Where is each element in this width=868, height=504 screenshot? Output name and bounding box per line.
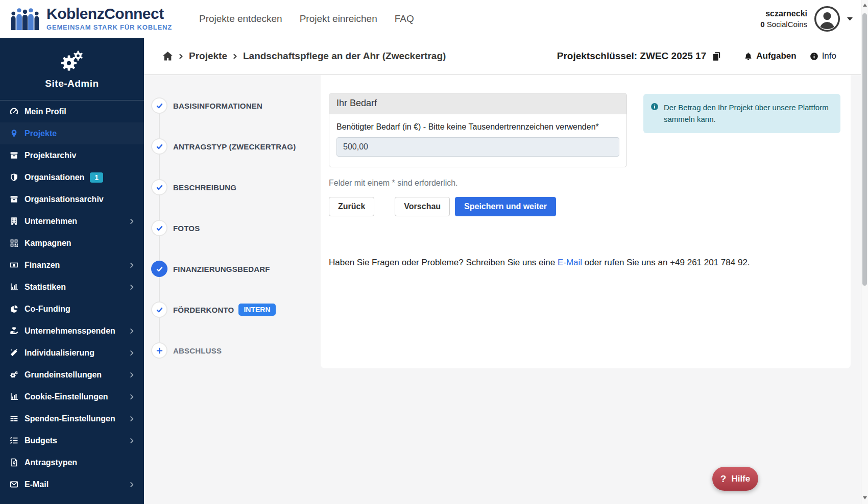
info-button[interactable]: Info — [810, 51, 836, 61]
step-abschluss[interactable]: ABSCHLUSS — [151, 342, 222, 359]
question-mark-icon: ? — [720, 473, 727, 485]
sidebar-item-label: Spenden-Einstellungen — [25, 414, 115, 423]
sidebar-item-label: Statistiken — [25, 283, 66, 292]
bar-chart-icon — [9, 392, 19, 401]
step-basisinformationen[interactable]: BASISINFORMATIONEN — [151, 97, 262, 114]
chevron-right-icon — [129, 284, 135, 290]
check-icon — [151, 179, 167, 195]
sidebar-item-spenden-einstellungen[interactable]: Spenden-Einstellungen — [0, 408, 144, 430]
sidebar-item-label: E-Mail — [25, 480, 49, 489]
tasks-button[interactable]: Aufgaben — [744, 51, 796, 61]
shield-icon — [9, 173, 19, 182]
sidebar-item-mein-profil[interactable]: Mein Profil — [0, 100, 144, 122]
info-circle-icon — [810, 52, 818, 61]
brand-logo[interactable]: KoblenzConnect GEMEINSAM STARK FÜR KOBLE… — [10, 6, 172, 31]
card-title: Ihr Bedarf — [329, 93, 626, 114]
sidebar-item-projektarchiv[interactable]: Projektarchiv — [0, 144, 144, 166]
brand-subtitle: GEMEINSAM STARK FÜR KOBLENZ — [46, 23, 172, 31]
step-label: FÖRDERKONTO — [173, 306, 234, 314]
sidebar-item-organisationen[interactable]: Organisationen 1 — [0, 166, 144, 188]
breadcrumb: Projekte Landschaftspflege an der Ahr (Z… — [162, 51, 446, 62]
magic-wand-icon — [9, 348, 19, 357]
building-icon — [9, 217, 19, 225]
form-buttons: Zurück Vorschau Speichern und weiter — [329, 197, 556, 216]
task-list-icon — [9, 436, 19, 445]
copy-icon[interactable] — [712, 52, 721, 61]
sidebar-item-unternehmen[interactable]: Unternehmen — [0, 210, 144, 232]
chevron-right-icon — [129, 438, 135, 444]
avatar[interactable] — [814, 6, 840, 32]
sidebar-item-label: Kampagnen — [25, 239, 71, 248]
scrollbar-thumb[interactable] — [862, 13, 867, 286]
breadcrumb-projekte[interactable]: Projekte — [189, 51, 227, 62]
step-label: FOTOS — [173, 224, 200, 233]
sidebar-item-statistiken[interactable]: Statistiken — [0, 276, 144, 298]
sidebar-item-label: Co-Funding — [25, 305, 70, 314]
archive-icon — [9, 151, 19, 160]
sidebar-item-e-mail[interactable]: E-Mail — [0, 473, 144, 495]
chevron-right-icon — [129, 394, 135, 400]
step-förderkonto[interactable]: FÖRDERKONTO INTERN — [151, 301, 276, 318]
check-icon — [151, 97, 167, 114]
home-icon[interactable] — [162, 51, 173, 61]
sidebar-item-unternehmensspenden[interactable]: Unternehmensspenden — [0, 320, 144, 342]
check-icon — [151, 220, 167, 236]
sidebar-item-label: Mein Profil — [25, 107, 66, 116]
save-and-continue-button[interactable]: Speichern und weiter — [455, 197, 556, 216]
sidebar-item-kampagnen[interactable]: Kampagnen — [0, 232, 144, 254]
preview-button[interactable]: Vorschau — [395, 197, 450, 216]
nav-link-projekt-einreichen[interactable]: Projekt einreichen — [300, 13, 377, 24]
sidebar-item-label: Unternehmensspenden — [25, 326, 115, 336]
scrollbar-down-arrow[interactable] — [861, 494, 868, 502]
chevron-right-icon — [129, 328, 135, 334]
hand-heart-icon — [9, 326, 19, 335]
step-antragstyp-zweckertrag[interactable]: ANTRAGSTYP (ZWECKERTRAG) — [151, 138, 296, 155]
chevron-right-icon — [129, 372, 135, 378]
sidebar-item-antragstypen[interactable]: Antragstypen — [0, 451, 144, 473]
contact-help-line: Haben Sie Fragen oder Probleme? Schreibe… — [329, 258, 750, 268]
sidebar-item-label: Unternehmen — [25, 217, 77, 226]
breadcrumb-separator-icon — [178, 53, 184, 60]
bedarf-input[interactable] — [336, 137, 619, 157]
user-coins: 0 SocialCoins — [760, 20, 807, 29]
sidebar-item-label: Finanzen — [25, 261, 60, 270]
required-fields-note: Felder mit einem * sind erforderlich. — [329, 179, 458, 188]
sidebar-item-budgets[interactable]: Budgets — [0, 430, 144, 451]
pie-chart-icon — [9, 305, 19, 313]
table-icon — [9, 414, 19, 423]
sidebar-item-label: Organisationsarchiv — [25, 195, 104, 204]
sidebar-item-cookie-einstellungen[interactable]: Cookie-Einstellungen — [0, 386, 144, 408]
step-beschreibung[interactable]: BESCHREIBUNG — [151, 179, 236, 195]
help-button[interactable]: ? Hilfe — [712, 467, 758, 491]
back-button[interactable]: Zurück — [329, 197, 374, 216]
step-finanzierungsbedarf[interactable]: FINANZIERUNGSBEDARF — [151, 261, 270, 277]
sidebar-title: Site-Admin — [45, 78, 99, 89]
caret-down-icon[interactable] — [847, 17, 853, 21]
nav-link-projekte-entdecken[interactable]: Projekte entdecken — [199, 13, 282, 24]
sidebar-item-co-funding[interactable]: Co-Funding — [0, 298, 144, 320]
email-link[interactable]: E-Mail — [558, 258, 582, 267]
sidebar-item-label: Cookie-Einstellungen — [25, 392, 108, 401]
sidebar-item-projekte[interactable]: Projekte — [0, 122, 144, 144]
nav-link-faq[interactable]: FAQ — [395, 13, 414, 24]
step-badge: INTERN — [238, 304, 275, 316]
sidebar-item-organisationsarchiv[interactable]: Organisationsarchiv — [0, 188, 144, 210]
scrollbar-up-arrow[interactable] — [861, 1, 868, 9]
chevron-right-icon — [129, 218, 135, 224]
sidebar-item-grundeinstellungen[interactable]: Grundeinstellungen — [0, 364, 144, 386]
step-label: ABSCHLUSS — [173, 346, 222, 355]
sidebar-item-label: Antragstypen — [25, 458, 77, 467]
step-fotos[interactable]: FOTOS — [151, 220, 200, 236]
main-content: BASISINFORMATIONEN ANTRAGSTYP (ZWECKERTR… — [144, 75, 861, 504]
money-icon — [9, 261, 19, 269]
people-group-logo-icon — [10, 7, 40, 31]
plus-icon — [151, 342, 167, 359]
sidebar-menu: Mein Profil Projekte Projektarchiv Organ… — [0, 100, 144, 495]
sidebar-item-finanzen[interactable]: Finanzen — [0, 254, 144, 276]
top-navbar: KoblenzConnect GEMEINSAM STARK FÜR KOBLE… — [0, 0, 868, 38]
gears-icon — [9, 370, 19, 379]
form-panel: Ihr Bedarf Benötigter Bedarf (in €) - Bi… — [321, 75, 851, 368]
chevron-right-icon — [129, 482, 135, 488]
sidebar-item-individualisierung[interactable]: Individualisierung — [0, 342, 144, 364]
step-label: FINANZIERUNGSBEDARF — [173, 265, 270, 273]
